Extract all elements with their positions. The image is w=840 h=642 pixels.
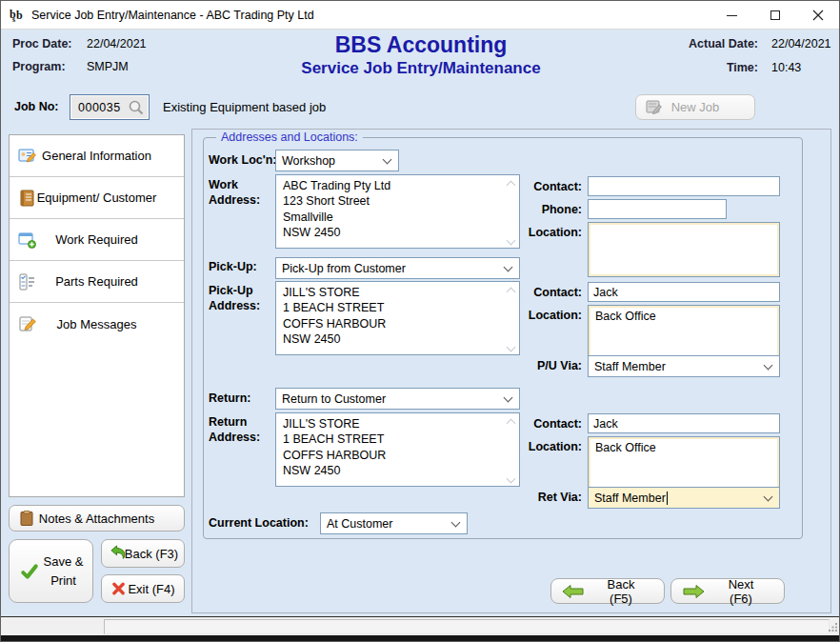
sidebar-item-label: General Information bbox=[42, 149, 151, 163]
arrow-right-icon bbox=[683, 585, 704, 598]
next-f6-button[interactable]: Next (F6) bbox=[670, 578, 785, 604]
pu-via-select[interactable]: Staff Member bbox=[588, 355, 780, 377]
save-print-label: Save & Print bbox=[44, 552, 84, 590]
work-locn-label: Work Loc'n: bbox=[209, 153, 277, 167]
work-locn-select[interactable]: Workshop bbox=[275, 150, 399, 171]
sidebar-item-label: Equipment/ Customer bbox=[37, 191, 157, 205]
work-required-icon bbox=[18, 231, 37, 250]
chevron-down-icon bbox=[383, 155, 392, 165]
return-value: Return to Customer bbox=[282, 392, 386, 406]
svg-text:s: s bbox=[12, 15, 15, 24]
maximize-button[interactable] bbox=[753, 1, 796, 30]
minimize-icon bbox=[727, 15, 737, 16]
chevron-down-icon bbox=[451, 518, 461, 528]
window-controls bbox=[710, 1, 839, 30]
exit-f4-label: Exit (F4) bbox=[128, 582, 174, 596]
sidebar-item-equipment-customer[interactable]: Equipment/ Customer bbox=[10, 177, 184, 219]
back-f3-icon bbox=[110, 545, 127, 562]
save-print-label-line2: Print bbox=[50, 573, 76, 588]
parts-required-icon bbox=[18, 272, 37, 291]
return-address-label: Return Address: bbox=[209, 414, 271, 446]
actual-date-value: 22/04/2021 bbox=[771, 37, 831, 50]
desktop-sliver bbox=[1, 635, 840, 642]
search-icon[interactable] bbox=[128, 99, 145, 116]
sidebar-item-general-information[interactable]: General Information bbox=[10, 135, 184, 177]
return-label: Return: bbox=[209, 391, 250, 405]
notes-attachments-label: Notes & Attachments bbox=[39, 512, 154, 526]
arrow-left-icon bbox=[563, 585, 584, 598]
new-job-label: New Job bbox=[671, 100, 720, 114]
save-check-icon bbox=[19, 563, 40, 580]
exit-x-icon bbox=[111, 582, 126, 596]
back-f3-label: Back (F3) bbox=[125, 547, 178, 561]
chevron-down-icon bbox=[504, 393, 513, 403]
notes-icon bbox=[19, 511, 34, 527]
save-print-label-line1: Save & bbox=[44, 554, 84, 569]
job-no-label: Job No: bbox=[14, 100, 59, 113]
text-cursor bbox=[667, 492, 668, 505]
new-job-button[interactable]: New Job bbox=[635, 94, 755, 120]
sidebar-item-label: Parts Required bbox=[55, 274, 138, 289]
groupbox-legend: Addresses and Locations: bbox=[216, 130, 363, 144]
minimize-button[interactable] bbox=[710, 1, 753, 30]
back-f5-button[interactable]: Back (F5) bbox=[550, 578, 665, 604]
chevron-down-icon bbox=[764, 492, 773, 502]
save-print-button[interactable]: Save & Print bbox=[9, 539, 93, 603]
actual-date-label: Actual Date: bbox=[663, 37, 758, 50]
return-location-label: Location: bbox=[520, 440, 582, 453]
return-select[interactable]: Return to Customer bbox=[275, 388, 520, 410]
back-f3-button[interactable]: Back (F3) bbox=[101, 539, 185, 568]
close-button[interactable] bbox=[796, 1, 839, 30]
work-location-textarea[interactable] bbox=[588, 222, 780, 277]
job-messages-icon bbox=[18, 314, 37, 333]
time-value: 10:43 bbox=[771, 61, 801, 74]
sidebar-item-parts-required[interactable]: Parts Required bbox=[10, 261, 184, 303]
pickup-address-textarea[interactable]: JILL'S STORE 1 BEACH STREET COFFS HARBOU… bbox=[275, 281, 520, 355]
title-bar: b s b Service Job Entry/Maintenance - AB… bbox=[1, 1, 839, 30]
sidebar-item-job-messages[interactable]: Job Messages bbox=[10, 303, 184, 345]
pu-via-label: P/U Via: bbox=[520, 359, 582, 372]
return-location-textarea[interactable]: Back Office bbox=[588, 436, 780, 492]
sidebar-item-label: Job Messages bbox=[57, 317, 137, 331]
work-address-textarea[interactable]: ABC Trading Pty Ltd 123 Short Street Sma… bbox=[275, 174, 520, 249]
current-location-select[interactable]: At Customer bbox=[320, 512, 468, 534]
chevron-down-icon bbox=[764, 361, 773, 371]
job-number-field[interactable]: 000035 bbox=[70, 94, 150, 120]
sidebar-item-work-required[interactable]: Work Required bbox=[10, 219, 184, 261]
current-location-label: Current Location: bbox=[209, 516, 309, 530]
work-locn-value: Workshop bbox=[282, 154, 335, 168]
pickup-location-textarea[interactable]: Back Office bbox=[588, 305, 780, 360]
pickup-contact-input[interactable] bbox=[588, 282, 780, 302]
return-contact-input[interactable] bbox=[588, 413, 780, 433]
work-phone-input[interactable] bbox=[588, 199, 727, 219]
work-location-label: Location: bbox=[520, 226, 582, 239]
current-location-value: At Customer bbox=[327, 517, 392, 531]
app-window: b s b Service Job Entry/Maintenance - AB… bbox=[0, 0, 840, 642]
svg-text:b: b bbox=[16, 9, 23, 22]
equipment-customer-icon bbox=[18, 189, 37, 208]
work-address-label: Work Address: bbox=[209, 177, 271, 209]
pu-via-value: Staff Member bbox=[594, 360, 666, 373]
window-title: Service Job Entry/Maintenance - ABC Trad… bbox=[31, 9, 314, 22]
resize-grip-icon[interactable] bbox=[829, 622, 838, 632]
return-address-textarea[interactable]: JILL'S STORE 1 BEACH STREET COFFS HARBOU… bbox=[275, 412, 520, 487]
work-phone-label: Phone: bbox=[520, 203, 582, 216]
pickup-location-label: Location: bbox=[520, 309, 582, 322]
notes-attachments-button[interactable]: Notes & Attachments bbox=[9, 505, 185, 532]
new-job-icon bbox=[646, 100, 663, 115]
pickup-contact-label: Contact: bbox=[520, 286, 582, 299]
job-description: Existing Equipment based job bbox=[163, 100, 326, 114]
exit-f4-button[interactable]: Exit (F4) bbox=[101, 574, 185, 603]
ret-via-label: Ret Via: bbox=[520, 491, 582, 504]
pickup-address-label: Pick-Up Address: bbox=[209, 283, 271, 314]
pickup-select[interactable]: Pick-Up from Customer bbox=[275, 257, 520, 279]
pickup-label: Pick-Up: bbox=[209, 260, 257, 273]
work-contact-input[interactable] bbox=[588, 176, 780, 196]
ret-via-select[interactable]: Staff Member bbox=[588, 487, 780, 509]
pickup-value: Pick-Up from Customer bbox=[282, 262, 406, 275]
ret-via-value: Staff Member bbox=[594, 492, 666, 505]
sidebar-item-label: Work Required bbox=[55, 232, 137, 247]
return-contact-label: Contact: bbox=[520, 417, 582, 431]
time-label: Time: bbox=[663, 61, 758, 74]
job-number-value: 000035 bbox=[70, 101, 128, 114]
